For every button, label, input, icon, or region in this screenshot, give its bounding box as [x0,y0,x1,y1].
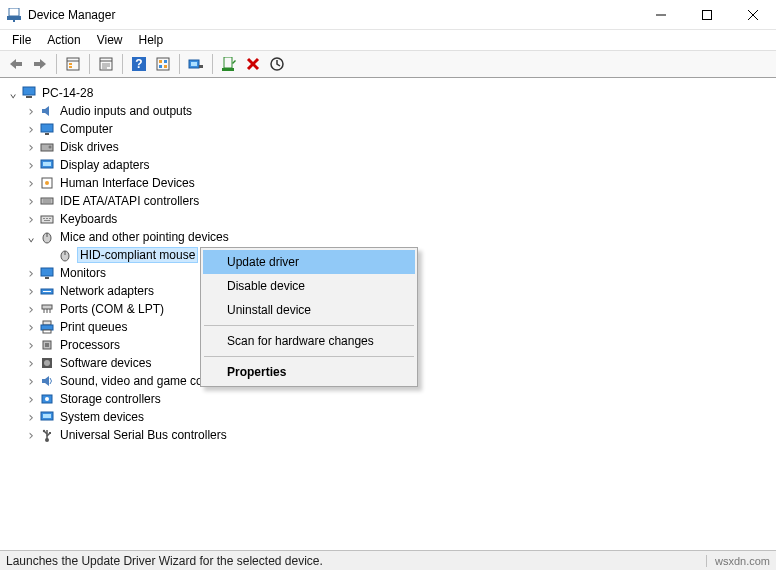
svg-rect-12 [69,66,72,68]
toolbar: ? [0,50,776,78]
svg-rect-33 [23,87,35,95]
menu-action[interactable]: Action [39,31,88,49]
chevron-right-icon[interactable] [24,175,38,191]
svg-rect-40 [43,162,51,166]
context-menu-scan-hardware[interactable]: Scan for hardware changes [203,329,415,353]
svg-rect-55 [41,268,53,276]
svg-rect-34 [26,96,32,98]
tree-category[interactable]: Computer [6,120,776,138]
sound-icon [38,373,56,389]
svg-rect-24 [164,65,167,68]
system-icon [38,409,56,425]
show-hide-console-tree-icon[interactable] [61,53,85,75]
svg-rect-20 [157,58,169,70]
svg-rect-67 [45,343,49,347]
back-button[interactable] [4,53,28,75]
mouse-icon [56,247,74,263]
svg-rect-47 [43,218,45,219]
svg-rect-9 [67,58,79,70]
chevron-right-icon[interactable] [24,355,38,371]
svg-rect-73 [43,414,51,418]
chevron-right-icon[interactable] [24,193,38,209]
chevron-right-icon[interactable] [24,373,38,389]
tree-category[interactable]: Storage controllers [6,390,776,408]
menubar: File Action View Help [0,30,776,50]
uninstall-device-icon[interactable] [265,53,289,75]
svg-rect-21 [159,60,162,63]
svg-text:?: ? [135,57,142,71]
tree-category[interactable]: Disk drives [6,138,776,156]
svg-rect-50 [44,220,50,221]
svg-rect-0 [9,8,19,16]
help-icon[interactable]: ? [127,53,151,75]
svg-rect-36 [45,133,49,135]
context-menu-uninstall-device[interactable]: Uninstall device [203,298,415,322]
close-button[interactable] [730,0,776,30]
svg-rect-35 [41,124,53,132]
window-title: Device Manager [28,8,638,22]
chevron-right-icon[interactable] [24,391,38,407]
chevron-right-icon[interactable] [24,103,38,119]
menu-help[interactable]: Help [131,31,172,49]
context-menu-divider [204,325,414,326]
svg-rect-46 [41,216,53,223]
chevron-down-icon[interactable] [24,230,38,244]
ide-icon [38,193,56,209]
chevron-right-icon[interactable] [24,427,38,443]
hid-icon [38,175,56,191]
tree-category[interactable]: Universal Serial Bus controllers [6,426,776,444]
svg-rect-4 [703,10,712,19]
tree-category[interactable]: Human Interface Devices [6,174,776,192]
computer-icon [20,85,38,101]
chevron-right-icon[interactable] [24,265,38,281]
chevron-right-icon[interactable] [24,319,38,335]
keyboard-icon [38,211,56,227]
svg-rect-43 [41,198,53,204]
chevron-right-icon[interactable] [24,211,38,227]
ports-icon [38,301,56,317]
disable-device-icon[interactable] [241,53,265,75]
chevron-right-icon[interactable] [24,121,38,137]
context-menu-divider [204,356,414,357]
forward-button[interactable] [28,53,52,75]
usb-icon [38,427,56,443]
tree-category[interactable]: Display adapters [6,156,776,174]
tree-category-mice[interactable]: Mice and other pointing devices [6,228,776,246]
svg-rect-28 [224,57,232,68]
tree-root-row[interactable]: PC-14-28 [6,84,776,102]
storage-icon [38,391,56,407]
minimize-button[interactable] [638,0,684,30]
svg-rect-65 [43,330,51,333]
display-icon [38,157,56,173]
svg-rect-63 [43,321,51,325]
context-menu-properties[interactable]: Properties [203,360,415,384]
svg-rect-77 [49,432,51,434]
statusbar-text: Launches the Update Driver Wizard for th… [6,554,323,568]
context-menu-update-driver[interactable]: Update driver [203,250,415,274]
chevron-right-icon[interactable] [24,409,38,425]
maximize-button[interactable] [684,0,730,30]
menu-file[interactable]: File [4,31,39,49]
svg-point-38 [49,146,52,149]
context-menu-disable-device[interactable]: Disable device [203,274,415,298]
svg-rect-23 [159,65,162,68]
properties-icon[interactable] [94,53,118,75]
printer-icon [38,319,56,335]
chevron-right-icon[interactable] [24,283,38,299]
tree-category[interactable]: IDE ATA/ATAPI controllers [6,192,776,210]
chevron-right-icon[interactable] [24,139,38,155]
chevron-right-icon[interactable] [24,337,38,353]
context-menu: Update driver Disable device Uninstall d… [200,247,418,387]
update-driver-icon[interactable] [184,53,208,75]
chevron-right-icon[interactable] [24,157,38,173]
chevron-down-icon[interactable] [6,86,20,100]
tree-category[interactable]: System devices [6,408,776,426]
enable-device-icon[interactable] [217,53,241,75]
tree-root-label: PC-14-28 [42,86,93,100]
chevron-right-icon[interactable] [24,301,38,317]
tree-category[interactable]: Keyboards [6,210,776,228]
tree-category[interactable]: Audio inputs and outputs [6,102,776,120]
menu-view[interactable]: View [89,31,131,49]
computer-icon [38,121,56,137]
show-hidden-icon[interactable] [151,53,175,75]
